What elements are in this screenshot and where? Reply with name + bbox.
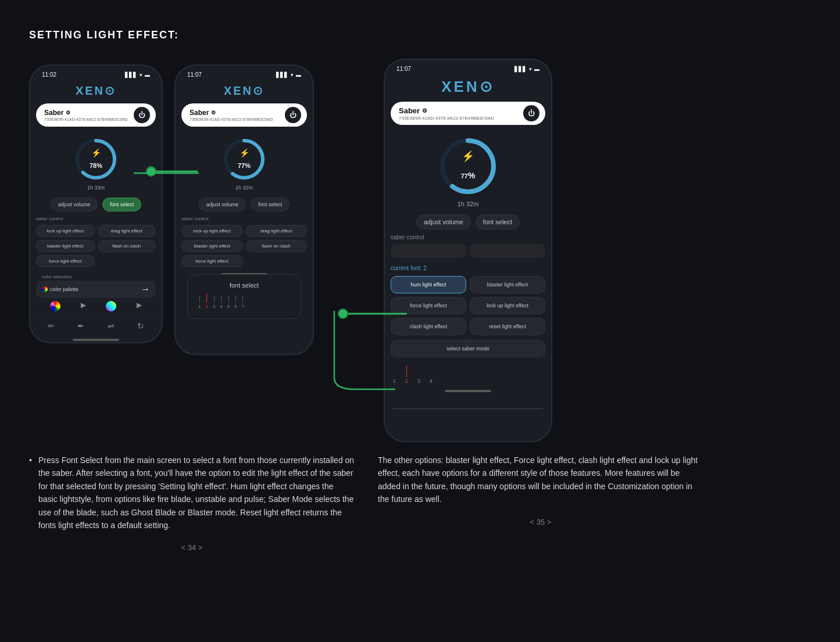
font-tick-area: 1 2 3 4	[198, 293, 244, 309]
phone1-logo: XEN⊙	[30, 80, 162, 100]
font-tick-2: 2	[205, 293, 208, 309]
swatch-rainbow[interactable]	[50, 301, 60, 311]
phone3-logo: XEN⊙	[385, 74, 551, 98]
phone1-status-icons: ▋▋▋ ▾ ▬	[125, 72, 150, 78]
phone3-saber-info: Saber ⚙ 735E9E99-41AD-4378-8A22-87B49BB3…	[399, 106, 523, 121]
tick-track	[393, 408, 543, 409]
swatch-multi[interactable]	[106, 301, 116, 311]
font-selector-track: 1 2 3 4	[196, 293, 292, 309]
phone1-chip-flash[interactable]: flash on clash	[98, 240, 156, 252]
phone1-battery-percent: 78%	[90, 157, 102, 171]
phone3-light-effects: hum light effect blaster light effect fo…	[385, 274, 551, 338]
phone1-chip-lockup[interactable]: lock up light effect	[36, 225, 95, 237]
page-number-left: < 34 >	[29, 543, 355, 552]
phone1-color-palette-label: color palette	[42, 286, 78, 292]
phone2-chip-lockup[interactable]: lock up light effect	[181, 225, 243, 237]
phone1-chip-force[interactable]: force light effect	[36, 255, 95, 267]
edit-icon[interactable]: ✏	[48, 321, 55, 331]
settings-icon: ⚙	[66, 110, 70, 116]
hum-light-effect-chip[interactable]: hum light effect	[391, 276, 466, 293]
phone2-adjust-volume-btn[interactable]: adjust volume	[199, 198, 246, 211]
phone2-logo: XEN⊙	[176, 80, 313, 100]
lightning-icon3: ⚡	[461, 150, 476, 163]
phone1-adjust-volume-btn[interactable]: adjust volume	[51, 198, 98, 211]
phone2-chip-force[interactable]: force light effect	[181, 255, 243, 267]
phone2-chip-drag[interactable]: drag light effect	[246, 225, 308, 237]
share-icon[interactable]: ↻	[137, 321, 144, 331]
brush-icon[interactable]: ✒	[77, 321, 84, 331]
phone2-control-grid: lock up light effect drag light effect b…	[176, 223, 313, 270]
phone2-saber-header: Saber ⚙ 735E9E99-41AD-4378-8A22-87B49BB3…	[181, 103, 307, 127]
phone1-time: 11:02	[42, 71, 56, 78]
blank-chip-1	[391, 244, 467, 258]
phone1-font-select-btn[interactable]: font select	[102, 198, 141, 211]
phone3-saber-uuid: 735E9E99-41AD-4378-8A22-87B49BB3C6AD	[399, 116, 523, 121]
reset-light-effect-chip[interactable]: reset light effect	[470, 318, 545, 335]
phone1-saber-uuid: 735E9E99-41AD-4378-8A22-87B49BB3C6AD	[44, 117, 134, 121]
phone2-action-buttons: adjust volume font select	[176, 195, 313, 214]
tick-line-1	[199, 296, 200, 303]
clash-light-effect-chip[interactable]: clash light effect	[391, 318, 466, 335]
font-tick-label-3: 3	[417, 378, 420, 384]
phone2-battery-time: 1h 32m	[235, 185, 253, 191]
phone3-home-indicator	[445, 390, 491, 392]
phone3-current-font-label: current font: 2	[385, 263, 551, 274]
phone2-chip-flash[interactable]: flash on clash	[246, 240, 308, 252]
phone1-color-swatches: ▶ ▶	[36, 301, 156, 314]
force-light-effect-chip[interactable]: force light effect	[391, 297, 466, 314]
wifi-icon: ▾	[140, 72, 142, 78]
tick-line-6	[235, 296, 236, 303]
phone2-power-button[interactable]: ⏻	[285, 107, 301, 123]
phone3-adjust-volume-btn[interactable]: adjust volume	[416, 214, 471, 229]
phone1: 11:02 ▋▋▋ ▾ ▬ XEN⊙ Saber ⚙ 735E9E99-41AD…	[29, 64, 163, 343]
tick-line-2	[206, 293, 207, 303]
phone2-chip-blaster[interactable]: blaster light effect	[181, 240, 243, 252]
phone3-saber-header: Saber ⚙ 735E9E99-41AD-4378-8A22-87B49BB3…	[391, 102, 545, 125]
font-tick-active-line	[406, 365, 407, 377]
phone2-saber-uuid: 735E9E99-41AD-4378-8A22-87B49BB3C6AD	[190, 117, 285, 121]
phones-wrapper: 11:02 ▋▋▋ ▾ ▬ XEN⊙ Saber ⚙ 735E9E99-41AD…	[29, 59, 811, 442]
phone3-time: 11:07	[396, 66, 411, 72]
xeno-o-icon2: ⊙	[253, 84, 264, 98]
xeno-o-icon: ⊙	[105, 84, 116, 98]
phone1-power-button[interactable]: ⏻	[134, 107, 150, 123]
bottom-section: Press Font Select from the main screen t…	[29, 454, 811, 552]
phone1-toolbar: ✏ ✒ ⇌ ↻	[30, 316, 162, 335]
phone2-font-select-btn[interactable]: font select	[251, 198, 289, 211]
font-tick-6: 6	[234, 296, 237, 309]
phone1-statusbar: 11:02 ▋▋▋ ▾ ▬	[30, 66, 162, 80]
phone3-font-ticks: 1 2 3 4	[385, 360, 551, 386]
phone3-font-select-btn[interactable]: font select	[476, 214, 520, 229]
font-tick-7: 7	[242, 296, 244, 309]
phone2-saber-name: Saber ⚙	[190, 109, 285, 117]
phone3-battery-content: ⚡ 77%	[461, 150, 476, 182]
phone1-chip-drag[interactable]: drag light effect	[98, 225, 156, 237]
phone2-saber-info: Saber ⚙ 735E9E99-41AD-4378-8A22-87B49BB3…	[190, 109, 285, 121]
phone3-saber-name: Saber ⚙	[399, 106, 523, 115]
phone1-home-indicator	[73, 339, 119, 341]
signal-icon2: ▋▋▋	[276, 72, 288, 78]
font-tick-active-container: 2	[405, 365, 408, 384]
settings-icon2: ⚙	[211, 110, 216, 116]
phone1-battery-time: 1h 33m	[87, 185, 105, 191]
font-tick-4: 4	[220, 296, 222, 309]
select-saber-mode-chip[interactable]: select saber mode	[391, 340, 545, 357]
phone2-font-popup[interactable]: font select 1 2 3	[187, 274, 301, 319]
phone3-action-buttons: adjust volume font select	[385, 212, 551, 232]
phone3-power-button[interactable]: ⏻	[523, 105, 539, 121]
lockup-light-effect-chip[interactable]: lock up light effect	[470, 297, 545, 314]
phone1-color-palette-row[interactable]: color palette →	[36, 281, 156, 298]
blaster-light-effect-chip[interactable]: blaster light effect	[470, 276, 545, 293]
phone1-saber-name: Saber ⚙	[44, 109, 134, 117]
phone1-battery-content: ⚡ 78%	[90, 148, 102, 171]
font-tick-label-1: 1	[393, 378, 396, 384]
tick-line-5	[228, 296, 229, 303]
font-tick-label-2: 2	[405, 378, 408, 384]
layers-icon[interactable]: ⇌	[108, 321, 115, 331]
phone1-chip-blaster[interactable]: blaster light effect	[36, 240, 95, 252]
blank-chip-2	[470, 244, 546, 258]
phone2-battery-area: ⚡ 77% 1h 32m	[176, 130, 313, 195]
phone2-statusbar: 11:07 ▋▋▋ ▾ ▬	[176, 66, 313, 80]
lightning-icon: ⚡	[90, 148, 102, 157]
tick-line-3	[214, 296, 215, 303]
